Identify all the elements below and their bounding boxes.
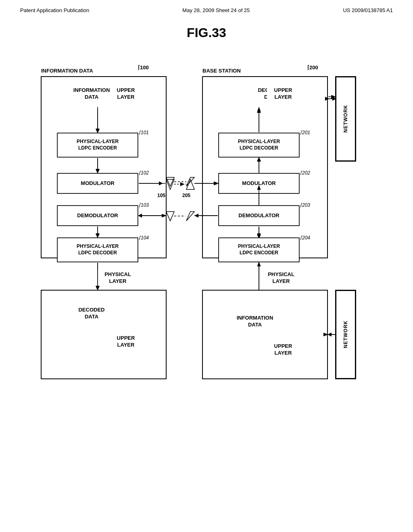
bs-encoder-ref: ⌈204 — [300, 235, 310, 241]
bs-demodulator-ref: ⌈203 — [300, 202, 310, 208]
channel-ref-105: 105 — [157, 193, 165, 198]
svg-marker-61 — [166, 212, 174, 221]
page-header: Patent Application Publication May 28, 2… — [0, 0, 413, 13]
svg-marker-48 — [180, 182, 184, 186]
bs-physical-layer: PHYSICALLAYER — [261, 270, 301, 286]
diagram: INFORMATION DATA ⌈100 BASE STATION ⌈200 … — [29, 56, 384, 459]
bs-upper-layer-bottom: UPPERLAYER — [267, 339, 299, 361]
mt-demodulator-ref: ⌈103 — [139, 202, 149, 208]
svg-marker-23 — [96, 234, 100, 238]
base-station-ref: ⌈200 — [307, 64, 318, 71]
svg-marker-19 — [159, 181, 163, 185]
bs-demodulator: DEMODULATOR — [219, 206, 299, 226]
svg-marker-46 — [186, 179, 194, 189]
svg-marker-45 — [166, 179, 174, 189]
mt-upper-layer-bottom: UPPERLAYER — [110, 330, 142, 353]
svg-marker-25 — [96, 286, 100, 290]
bs-information-data: INFORMATIONDATA — [227, 310, 283, 332]
mobile-terminal-label: INFORMATION DATA — [41, 68, 93, 74]
svg-marker-40 — [325, 97, 329, 101]
bs-encoder: PHYSICAL-LAYERLDPC ENCODER — [219, 238, 299, 262]
bs-modulator-ref: ⌈202 — [300, 170, 310, 176]
svg-marker-44 — [327, 332, 332, 337]
mt-decoder-ref: ⌈104 — [139, 235, 149, 241]
svg-marker-29 — [257, 157, 261, 161]
svg-marker-21 — [138, 214, 142, 218]
mt-upper-layer-top: UPPERLAYER — [110, 83, 142, 105]
network-top: NETWORK — [336, 77, 356, 161]
bs-decoder-ref: ⌈201 — [300, 130, 310, 135]
network-bottom: NETWORK — [336, 290, 356, 379]
svg-marker-33 — [194, 214, 198, 218]
figure-title: FIG.33 — [0, 25, 413, 40]
svg-marker-49 — [176, 182, 180, 186]
header-right: US 2009/0138785 A1 — [343, 7, 393, 13]
svg-marker-17 — [96, 169, 100, 173]
svg-marker-27 — [257, 109, 261, 113]
bs-modulator: MODULATOR — [219, 173, 299, 193]
mt-encoder-ref: ⌈101 — [139, 130, 149, 135]
mt-modulator: MODULATOR — [57, 173, 138, 193]
svg-marker-56 — [186, 177, 194, 186]
svg-rect-3 — [202, 290, 327, 379]
mt-modulator-ref: ⌈102 — [139, 170, 149, 176]
bs-decoder: PHYSICAL-LAYERLDPC DECODER — [219, 133, 299, 157]
bs-upper-layer-top: UPPERLAYER — [267, 83, 299, 105]
mt-decoder: PHYSICAL-LAYERLDPC DECODER — [57, 238, 138, 262]
svg-marker-31 — [214, 181, 218, 185]
base-station-label: BASE STATION — [202, 68, 241, 74]
mt-encoder: PHYSICAL-LAYERLDPC ENCODER — [57, 133, 138, 157]
mt-demodulator: DEMODULATOR — [57, 206, 138, 226]
mobile-terminal-ref: ⌈100 — [138, 64, 149, 71]
channel-ref-205: 205 — [182, 193, 190, 198]
svg-marker-63 — [186, 212, 194, 221]
mt-physical-layer: PHYSICALLAYER — [98, 270, 138, 286]
svg-marker-15 — [96, 129, 100, 133]
svg-marker-54 — [166, 177, 174, 186]
header-center: May 28, 2009 Sheet 24 of 25 — [182, 7, 250, 13]
mt-decoded-data: DECODEDDATA — [61, 302, 122, 324]
header-left: Patent Application Publication — [20, 7, 89, 13]
